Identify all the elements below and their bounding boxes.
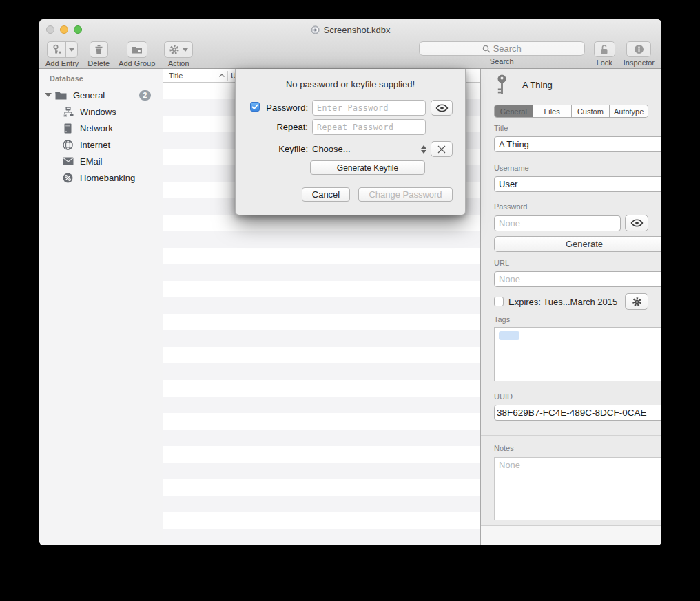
- tab-custom[interactable]: Custom: [572, 105, 610, 117]
- sheet-password-label: Password:: [261, 103, 308, 113]
- disclosure-triangle-icon[interactable]: [45, 93, 52, 97]
- sidebar-item-windows[interactable]: Windows: [39, 103, 163, 120]
- reveal-password-button[interactable]: [625, 215, 648, 231]
- chevron-down-icon: [69, 48, 74, 52]
- sheet-password-input[interactable]: [312, 100, 426, 116]
- change-password-label: Change Password: [369, 189, 442, 200]
- url-field[interactable]: [494, 271, 661, 287]
- generate-password-button[interactable]: Generate: [494, 236, 661, 252]
- cancel-label: Cancel: [312, 189, 340, 200]
- entry-count-badge: 2: [139, 90, 151, 101]
- window-title: Screenshot.kdbx: [324, 25, 391, 35]
- group-label: Internet: [80, 140, 110, 150]
- title-field[interactable]: [494, 136, 661, 152]
- tab-files-label: Files: [544, 107, 560, 116]
- title-field-label: Title: [494, 124, 648, 132]
- toolbar-group-action: Action: [164, 41, 193, 67]
- expires-checkbox[interactable]: [494, 297, 504, 306]
- sort-ascending-icon: [219, 74, 225, 77]
- generate-keyfile-button[interactable]: Generate Keyfile: [310, 160, 425, 175]
- add-entry-button[interactable]: [47, 41, 78, 58]
- clear-keyfile-button[interactable]: [431, 141, 453, 157]
- document-proxy-icon[interactable]: [311, 25, 320, 34]
- tab-files[interactable]: Files: [533, 105, 572, 117]
- sidebar-item-internet[interactable]: Internet: [39, 136, 163, 153]
- toolbar: Add Entry Delete: [39, 40, 661, 69]
- column-header-title[interactable]: Title: [163, 72, 227, 80]
- sheet-keyfile-label: Keyfile:: [261, 144, 308, 154]
- search-input[interactable]: Search: [419, 41, 585, 56]
- add-entry-dropdown[interactable]: [66, 42, 76, 57]
- tab-autotype[interactable]: Autotype: [610, 105, 648, 117]
- tab-custom-label: Custom: [577, 107, 604, 116]
- chevron-down-icon: [183, 48, 188, 52]
- expires-settings-button[interactable]: [625, 293, 648, 310]
- sheet-repeat-label: Repeat:: [261, 122, 308, 132]
- notes-separator: [481, 435, 661, 436]
- sheet-reveal-button[interactable]: [431, 100, 453, 116]
- sidebar-item-general[interactable]: General 2: [39, 87, 163, 103]
- cancel-button[interactable]: Cancel: [302, 187, 350, 202]
- notes-field[interactable]: [494, 457, 661, 520]
- lock-button[interactable]: [594, 41, 615, 57]
- lock-open-icon: [599, 44, 609, 55]
- delete-label: Delete: [88, 59, 110, 67]
- change-password-button[interactable]: Change Password: [358, 187, 453, 202]
- toolbar-group-search: Search Search: [419, 41, 585, 65]
- key-plus-icon: [48, 42, 66, 57]
- tab-general[interactable]: General: [495, 105, 533, 117]
- toolbar-group-lock: Lock: [594, 41, 615, 67]
- titlebar: Screenshot.kdbx: [39, 19, 661, 40]
- uuid-field-label: UUID: [494, 392, 648, 401]
- add-group-label: Add Group: [119, 59, 155, 67]
- x-icon: [438, 145, 446, 154]
- globe-icon: [62, 139, 74, 150]
- tags-box[interactable]: [494, 327, 661, 381]
- entry-title: A Thing: [522, 80, 553, 90]
- server-icon: [62, 123, 74, 134]
- screen: Screenshot.kdbx: [0, 0, 700, 601]
- popup-stepper-icon: [421, 145, 426, 154]
- sidebar-item-network[interactable]: Network: [39, 120, 163, 136]
- add-group-button[interactable]: [127, 41, 147, 58]
- sheet-repeat-input[interactable]: [312, 119, 426, 135]
- notes-field-label: Notes: [494, 444, 648, 452]
- group-label: EMail: [80, 156, 103, 167]
- keyfile-popup-value: Choose...: [312, 144, 351, 154]
- tags-field-label: Tags: [494, 315, 648, 324]
- sidebar-item-email[interactable]: EMail: [39, 153, 163, 169]
- tab-autotype-label: Autotype: [614, 107, 644, 116]
- change-password-sheet: No password or keyfile supplied! Passwor…: [235, 69, 466, 215]
- tag-token[interactable]: [499, 331, 519, 340]
- password-checkbox[interactable]: [250, 102, 260, 112]
- username-field[interactable]: [494, 176, 661, 192]
- keyfile-popup[interactable]: Choose...: [312, 141, 426, 157]
- search-label: Search: [490, 57, 514, 65]
- generate-label: Generate: [566, 239, 603, 249]
- toolbar-group-inspector: Inspector: [624, 41, 655, 67]
- eye-icon: [435, 104, 449, 112]
- sidebar: Database General 2: [39, 69, 163, 545]
- inspector-button[interactable]: [626, 41, 651, 57]
- url-field-label: URL: [494, 259, 648, 267]
- window-chrome: Screenshot.kdbx: [39, 19, 661, 69]
- username-field-label: Username: [494, 164, 648, 172]
- inspector-label: Inspector: [624, 59, 655, 67]
- action-label: Action: [168, 59, 189, 67]
- sidebar-item-homebanking[interactable]: Homebanking: [39, 169, 163, 186]
- toolbar-right: Search Search Lock: [419, 41, 655, 67]
- search-icon: [482, 45, 491, 53]
- delete-button[interactable]: [90, 41, 108, 58]
- search-placeholder: Search: [493, 43, 522, 54]
- add-entry-label: Add Entry: [45, 59, 79, 67]
- password-field[interactable]: [494, 215, 621, 231]
- column-title-label: Title: [169, 72, 183, 80]
- expires-label: Expires: Tues...March 2015: [508, 297, 617, 307]
- uuid-field[interactable]: [494, 405, 661, 421]
- action-button[interactable]: [164, 41, 193, 58]
- password-field-label: Password: [494, 202, 648, 211]
- envelope-icon: [62, 156, 74, 167]
- group-label: General: [73, 90, 105, 101]
- lock-label: Lock: [597, 59, 612, 67]
- windows-network-icon: [62, 106, 74, 117]
